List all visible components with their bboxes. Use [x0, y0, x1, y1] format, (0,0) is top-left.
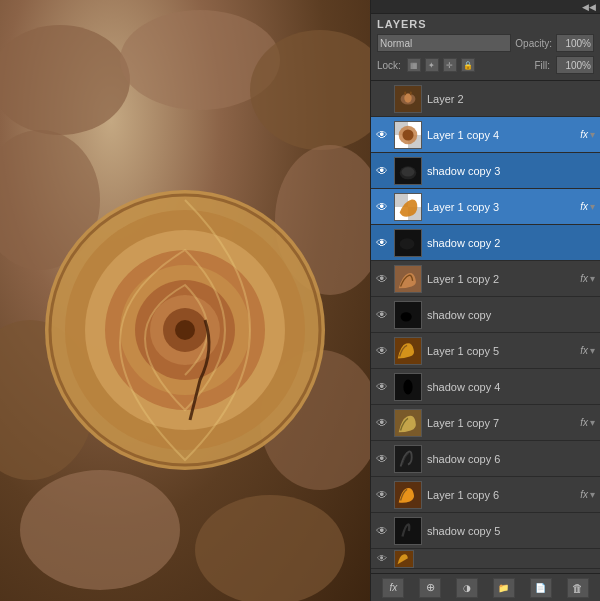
layer-name: Layer 1 copy 4 [425, 129, 578, 141]
visibility-toggle[interactable]: 👁 [373, 405, 391, 441]
canvas-area [0, 0, 370, 601]
layer-name: Layer 1 copy 6 [425, 489, 578, 501]
layer-thumbnail [394, 229, 422, 257]
layer-row[interactable]: 👁 Layer 1 copy 5 fx ▾ [371, 333, 600, 369]
layer-name: Layer 1 copy 2 [425, 273, 578, 285]
layer-name: Layer 1 copy 7 [425, 417, 578, 429]
layer-thumbnail [394, 121, 422, 149]
fill-label: Fill: [534, 60, 550, 71]
opacity-label: Opacity: [515, 38, 552, 49]
layer-name: shadow copy [425, 309, 598, 321]
canvas-image [0, 0, 370, 601]
layer-chevron: ▾ [590, 129, 598, 140]
svg-rect-48 [395, 518, 421, 544]
layer-row[interactable]: 👁 shadow copy [371, 297, 600, 333]
panel-title: LAYERS [377, 18, 594, 30]
layer-row[interactable]: Layer 2 [371, 81, 600, 117]
visibility-toggle[interactable]: 👁 [373, 477, 391, 513]
layer-thumbnail [394, 409, 422, 437]
layer-thumbnail [394, 301, 422, 329]
layers-list: Layer 2 👁 Layer 1 copy 4 fx ▾ 👁 [371, 81, 600, 573]
layer-row[interactable]: 👁 Layer 1 copy 2 fx ▾ [371, 261, 600, 297]
svg-point-44 [403, 379, 412, 394]
svg-rect-22 [404, 91, 406, 95]
layer-chevron: ▾ [590, 273, 598, 284]
layer-chevron: ▾ [590, 417, 598, 428]
layer-row[interactable]: 👁 shadow copy 6 [371, 441, 600, 477]
layer-row[interactable]: 👁 Layer 1 copy 7 fx ▾ [371, 405, 600, 441]
layer-name: shadow copy 4 [425, 381, 598, 393]
layer-name: shadow copy 6 [425, 453, 598, 465]
add-adjustment-button[interactable]: ◑ [456, 578, 478, 598]
layer-row[interactable]: 👁 shadow copy 4 [371, 369, 600, 405]
add-mask-button[interactable]: ⊕ [419, 578, 441, 598]
layer-row[interactable]: 👁 Layer 1 copy 4 fx ▾ [371, 117, 600, 153]
panel-collapse-bar[interactable]: ◀◀ [371, 0, 600, 14]
layer-name: shadow copy 5 [425, 525, 598, 537]
layer-thumbnail [394, 445, 422, 473]
layer-fx-badge: fx [578, 345, 590, 356]
layer-chevron: ▾ [590, 201, 598, 212]
layer-name: shadow copy 2 [425, 237, 598, 249]
layer-thumbnail [394, 517, 422, 545]
lock-label: Lock: [377, 60, 401, 71]
layer-name: Layer 1 copy 3 [425, 201, 578, 213]
visibility-toggle[interactable]: 👁 [373, 117, 391, 153]
blend-mode-select[interactable]: Normal Dissolve Multiply Screen Overlay [377, 34, 511, 52]
layer-thumbnail [394, 373, 422, 401]
layer-fx-badge: fx [578, 273, 590, 284]
svg-point-38 [400, 238, 415, 249]
svg-rect-23 [410, 91, 412, 95]
create-layer-button[interactable]: 📄 [530, 578, 552, 598]
layer-chevron: ▾ [590, 345, 598, 356]
create-group-button[interactable]: 📁 [493, 578, 515, 598]
layer-row[interactable]: 👁 shadow copy 3 [371, 153, 600, 189]
svg-point-7 [20, 470, 180, 590]
lock-paint-icon[interactable]: ✦ [425, 58, 439, 72]
layer-name: Layer 2 [425, 93, 598, 105]
layer-thumbnail [394, 85, 422, 113]
visibility-toggle[interactable]: 👁 [373, 297, 391, 333]
layer-row[interactable]: 👁 Layer 1 copy 3 fx ▾ [371, 189, 600, 225]
add-layer-style-button[interactable]: fx [382, 578, 404, 598]
svg-point-41 [401, 312, 412, 321]
svg-rect-46 [395, 446, 421, 472]
lock-position-icon[interactable]: ✛ [443, 58, 457, 72]
layer-thumbnail [394, 265, 422, 293]
layer-thumbnail [394, 337, 422, 365]
layer-thumbnail [394, 481, 422, 509]
blend-opacity-row: Normal Dissolve Multiply Screen Overlay … [377, 34, 594, 52]
layer-fx-badge: fx [578, 129, 590, 140]
fill-input[interactable] [556, 56, 594, 74]
panel-bottom-toolbar: fx ⊕ ◑ 📁 📄 🗑 [371, 573, 600, 601]
layer-row[interactable]: 👁 Layer 1 copy 6 fx ▾ [371, 477, 600, 513]
visibility-toggle[interactable]: 👁 [373, 189, 391, 225]
layer-fx-badge: fx [578, 201, 590, 212]
layer-row[interactable]: 👁 shadow copy 5 [371, 513, 600, 549]
layer-thumbnail [394, 193, 422, 221]
visibility-toggle[interactable]: 👁 [373, 225, 391, 261]
layer-row[interactable]: 👁 shadow copy 2 [371, 225, 600, 261]
opacity-input[interactable] [556, 34, 594, 52]
visibility-toggle[interactable] [373, 81, 391, 117]
visibility-toggle[interactable]: 👁 [373, 261, 391, 297]
layer-thumbnail [394, 550, 414, 568]
layer-chevron: ▾ [590, 489, 598, 500]
visibility-toggle[interactable]: 👁 [373, 333, 391, 369]
visibility-toggle[interactable]: 👁 [373, 369, 391, 405]
lock-row: Lock: ▦ ✦ ✛ 🔒 Fill: [377, 56, 594, 74]
visibility-toggle[interactable]: 👁 [373, 153, 391, 189]
lock-icons-group: ▦ ✦ ✛ 🔒 [407, 58, 475, 72]
layer-fx-badge: fx [578, 417, 590, 428]
layer-row[interactable]: 👁 [371, 549, 600, 569]
layer-name: shadow copy 3 [425, 165, 598, 177]
lock-transparency-icon[interactable]: ▦ [407, 58, 421, 72]
visibility-toggle[interactable]: 👁 [373, 541, 391, 574]
delete-layer-button[interactable]: 🗑 [567, 578, 589, 598]
layer-name: Layer 1 copy 5 [425, 345, 578, 357]
layer-thumbnail [394, 157, 422, 185]
svg-point-0 [0, 25, 130, 135]
collapse-icon[interactable]: ◀◀ [582, 2, 596, 12]
lock-all-icon[interactable]: 🔒 [461, 58, 475, 72]
visibility-toggle[interactable]: 👁 [373, 441, 391, 477]
